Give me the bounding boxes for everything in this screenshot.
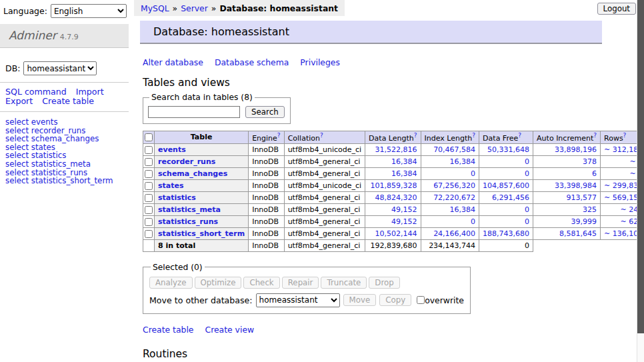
drop-button[interactable]: Drop: [369, 277, 399, 289]
create-links: Create tableCreate view: [143, 325, 602, 335]
tables-table: TableEngine?Collation?Data Length?Index …: [143, 131, 644, 252]
table-name-link[interactable]: states: [158, 181, 184, 190]
table-row: eventsInnoDButf8mb4_unicode_ci31,522,816…: [143, 143, 644, 155]
selected-fieldset: Selected (0) AnalyzeOptimizeCheckRepairT…: [143, 263, 471, 314]
cell-collation: utf8mb4_general_ci: [284, 191, 365, 203]
table-name-link[interactable]: events: [158, 145, 186, 154]
row-checkbox[interactable]: [145, 182, 153, 190]
vertical-scrollbar[interactable]: [637, 0, 644, 362]
db-selector-row: DB: homeassistant: [5, 61, 129, 75]
link-create-table[interactable]: Create table: [42, 96, 94, 106]
link-create-view[interactable]: Create view: [205, 325, 255, 335]
language-label: Language:: [3, 6, 47, 16]
table-row: statesInnoDButf8mb4_unicode_ci101,859,32…: [143, 179, 644, 191]
breadcrumb-link-server[interactable]: Server: [181, 3, 208, 13]
db-select[interactable]: homeassistant: [23, 61, 97, 75]
move-db-select[interactable]: homeassistant: [256, 293, 340, 307]
column-header-engine: Engine?: [249, 131, 284, 144]
breadcrumb-link-mysql[interactable]: MySQL: [141, 3, 169, 13]
sidebar-item-select-schema-changes[interactable]: select schema_changes: [5, 135, 129, 143]
help-icon[interactable]: ?: [623, 132, 627, 139]
row-checkbox[interactable]: [145, 206, 153, 214]
cell-auto-increment: 39,999: [533, 215, 601, 227]
cell-collation: utf8mb4_general_ci: [284, 155, 365, 167]
help-icon[interactable]: ?: [518, 132, 521, 139]
link-sql-command[interactable]: SQL command: [5, 87, 67, 97]
table-name-link[interactable]: recorder_runs: [158, 157, 215, 166]
adminer-logo[interactable]: Adminer: [9, 29, 57, 42]
total-engine: InnoDB: [249, 239, 284, 251]
cell-data-length: 48,824,320: [365, 191, 421, 203]
overwrite-label: overwrite: [425, 295, 464, 305]
column-header-data-length: Data Length?: [365, 131, 421, 144]
cell-index-length: 16,384: [421, 155, 479, 167]
cell-engine: InnoDB: [249, 167, 284, 179]
table-name-link[interactable]: statistics_short_term: [158, 229, 245, 238]
db-label: DB:: [5, 63, 20, 73]
total-index-length: 234,143,744: [421, 239, 479, 251]
row-checkbox[interactable]: [145, 170, 153, 178]
table-header-row: TableEngine?Collation?Data Length?Index …: [143, 131, 644, 144]
cell-auto-increment: 33,898,196: [533, 143, 601, 155]
cell-index-length: 70,467,584: [421, 143, 479, 155]
cell-collation: utf8mb4_general_ci: [284, 227, 365, 239]
cell-auto-increment: 8,581,645: [533, 227, 601, 239]
action-database-schema[interactable]: Database schema: [215, 57, 289, 67]
action-privileges[interactable]: Privileges: [300, 57, 340, 67]
table-name-link[interactable]: statistics_meta: [158, 205, 221, 214]
search-input[interactable]: [148, 106, 240, 118]
sidebar-item-select-events[interactable]: select events: [5, 118, 129, 127]
help-icon[interactable]: ?: [320, 132, 323, 139]
action-alter-database[interactable]: Alter database: [143, 57, 203, 67]
help-icon[interactable]: ?: [593, 132, 597, 139]
link-create-table[interactable]: Create table: [143, 325, 194, 335]
select-all-checkbox[interactable]: [145, 133, 153, 141]
search-button[interactable]: Search: [245, 106, 285, 118]
move-label: Move to other database:: [149, 295, 253, 305]
table-name-link[interactable]: statistics: [158, 193, 196, 202]
cell-data-length: 101,859,328: [365, 179, 421, 191]
scrollbar-thumb[interactable]: [637, 0, 644, 333]
optimize-button[interactable]: Optimize: [195, 277, 242, 289]
column-header-table: Table: [155, 131, 249, 144]
cell-data-length: 16,384: [365, 155, 421, 167]
table-row: statisticsInnoDButf8mb4_general_ci48,824…: [143, 191, 644, 203]
cell-index-length: 24,166,400: [421, 227, 479, 239]
cell-auto-increment: 33,398,984: [533, 179, 601, 191]
row-checkbox[interactable]: [145, 230, 153, 238]
repair-button[interactable]: Repair: [282, 277, 319, 289]
cell-auto-increment: 378: [533, 155, 601, 167]
link-import[interactable]: Import: [76, 87, 104, 97]
help-icon[interactable]: ?: [414, 132, 417, 139]
cell-data-length: 16,384: [365, 167, 421, 179]
sidebar-item-select-statistics-meta[interactable]: select statistics_meta: [5, 160, 129, 169]
row-checkbox[interactable]: [145, 194, 153, 202]
logout-button[interactable]: Logout: [597, 3, 636, 15]
move-button[interactable]: Move: [343, 294, 377, 306]
table-name-link[interactable]: schema_changes: [158, 169, 227, 178]
row-checkbox[interactable]: [145, 158, 153, 166]
table-name-link[interactable]: statistics_runs: [158, 217, 218, 226]
overwrite-checkbox[interactable]: [417, 296, 425, 304]
analyze-button[interactable]: Analyze: [149, 277, 193, 289]
cell-data-free: 0: [479, 167, 533, 179]
column-header-auto-increment: Auto Increment?: [533, 131, 601, 144]
link-export[interactable]: Export: [5, 96, 33, 106]
select-all-cell: [143, 131, 155, 144]
adminer-version[interactable]: 4.7.9: [60, 33, 79, 41]
help-icon[interactable]: ?: [472, 132, 475, 139]
sidebar-item-select-statistics-short-term[interactable]: select statistics_short_term: [5, 177, 129, 185]
truncate-button[interactable]: Truncate: [321, 277, 367, 289]
row-checkbox[interactable]: [145, 146, 153, 154]
tables-and-views-heading: Tables and views: [143, 77, 602, 89]
table-row: statistics_runsInnoDButf8mb4_general_ci4…: [143, 215, 644, 227]
table-row: statistics_metaInnoDButf8mb4_general_ci4…: [143, 203, 644, 215]
selected-operations: AnalyzeOptimizeCheckRepairTruncateDrop: [149, 275, 464, 289]
copy-button[interactable]: Copy: [379, 294, 411, 306]
language-select[interactable]: English: [51, 4, 127, 18]
cell-data-free: 188,743,680: [479, 227, 533, 239]
row-checkbox[interactable]: [145, 218, 153, 226]
breadcrumb: MySQL » Server » Database: homeassistant: [134, 0, 345, 16]
help-icon[interactable]: ?: [277, 132, 281, 139]
check-button[interactable]: Check: [243, 277, 279, 289]
